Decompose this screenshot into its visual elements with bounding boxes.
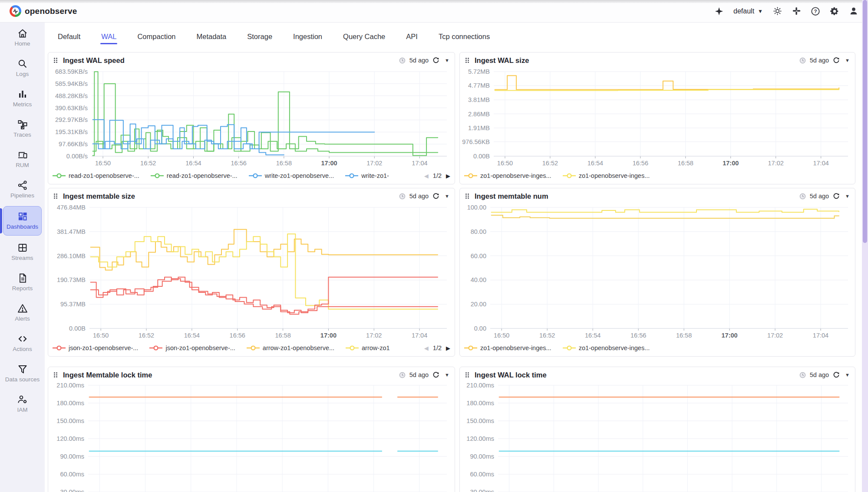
sidebar-item-label: Reports bbox=[12, 285, 33, 292]
refresh-icon[interactable] bbox=[833, 193, 840, 200]
refresh-icon[interactable] bbox=[432, 371, 439, 378]
sidebar-item-data-sources[interactable]: Data sources bbox=[0, 358, 45, 389]
slack-icon[interactable] bbox=[792, 7, 801, 16]
svg-text:585.94KB/s: 585.94KB/s bbox=[55, 80, 88, 87]
time-range-label[interactable]: 5d ago bbox=[810, 193, 829, 200]
legend-next-icon[interactable]: ▶ bbox=[446, 173, 450, 179]
sidebar-item-rum[interactable]: RUM bbox=[0, 144, 45, 174]
legend-item[interactable]: read-zo1-openobserve-... bbox=[151, 172, 238, 179]
panel-menu-caret-icon[interactable]: ▼ bbox=[845, 58, 850, 63]
legend-marker-icon bbox=[53, 173, 66, 178]
scrollbar-thumb[interactable] bbox=[863, 0, 867, 243]
refresh-icon[interactable] bbox=[833, 57, 840, 64]
tab-wal[interactable]: WAL bbox=[100, 24, 117, 49]
refresh-icon[interactable] bbox=[432, 57, 439, 64]
svg-text:0.00B: 0.00B bbox=[69, 325, 86, 332]
sidebar-item-iam[interactable]: IAM bbox=[0, 389, 45, 419]
panel-menu-caret-icon[interactable]: ▼ bbox=[845, 194, 850, 199]
panel-menu-caret-icon[interactable]: ▼ bbox=[445, 58, 449, 63]
chart-ingest-memtable-num[interactable]: 100.0080.0060.0040.0020.000.0016:5016:52… bbox=[460, 204, 855, 341]
chart-ingest-wal-size[interactable]: 5.72MB4.77MB3.81MB2.86MB1.91MB976.56KB0.… bbox=[460, 68, 855, 169]
alert-triangle-icon bbox=[17, 303, 28, 314]
legend-item[interactable]: write-zo1-openobserve... bbox=[249, 172, 334, 179]
legend-item[interactable]: zo1-openobserve-inges... bbox=[464, 172, 551, 179]
legend-prev-icon[interactable]: ◀ bbox=[424, 345, 429, 351]
tab-compaction[interactable]: Compaction bbox=[136, 24, 176, 49]
sidebar-item-reports[interactable]: Reports bbox=[0, 267, 45, 298]
legend-item[interactable]: arrow-zo1-openobserve... bbox=[247, 344, 334, 351]
help-icon[interactable]: ? bbox=[811, 7, 820, 16]
legend-prev-icon[interactable]: ◀ bbox=[424, 173, 429, 179]
tab-default[interactable]: Default bbox=[57, 24, 81, 49]
refresh-icon[interactable] bbox=[432, 193, 439, 200]
chart-ingest-memtable-size[interactable]: 476.84MB381.47MB286.10MB190.73MB95.37MB0… bbox=[48, 204, 455, 341]
svg-text:150.00ms: 150.00ms bbox=[56, 417, 84, 424]
time-range-label[interactable]: 5d ago bbox=[409, 57, 429, 64]
sidebar-item-dashboards[interactable]: Dashboards bbox=[0, 205, 45, 237]
chart-ingest-wal-lock-time[interactable]: 210.00ms180.00ms150.00ms120.00ms90.00ms6… bbox=[460, 383, 855, 492]
svg-text:17:00: 17:00 bbox=[320, 332, 337, 339]
time-range-label[interactable]: 5d ago bbox=[409, 371, 429, 378]
chart-ingest-memtable-lock-time[interactable]: 210.00ms180.00ms150.00ms120.00ms90.00ms6… bbox=[48, 383, 455, 492]
drag-handle-icon[interactable] bbox=[53, 372, 59, 378]
org-selector[interactable]: default ▼ bbox=[733, 7, 763, 15]
legend-item[interactable]: zo1-openobserve-inges... bbox=[563, 172, 650, 179]
ai-sparkle-icon[interactable] bbox=[714, 7, 724, 16]
tab-storage[interactable]: Storage bbox=[246, 24, 273, 49]
svg-text:16:58: 16:58 bbox=[276, 160, 292, 167]
tab-metadata[interactable]: Metadata bbox=[195, 24, 227, 49]
drag-handle-icon[interactable] bbox=[53, 57, 59, 63]
tab-ingestion[interactable]: Ingestion bbox=[292, 24, 323, 49]
svg-text:60.00ms: 60.00ms bbox=[470, 471, 494, 478]
tab-api[interactable]: API bbox=[405, 24, 419, 49]
legend-marker-icon bbox=[346, 345, 359, 351]
settings-gear-icon[interactable] bbox=[830, 7, 839, 16]
drag-handle-icon[interactable] bbox=[53, 193, 59, 199]
sidebar-item-streams[interactable]: Streams bbox=[0, 237, 45, 267]
panel-menu-caret-icon[interactable]: ▼ bbox=[445, 194, 449, 199]
panel-menu-caret-icon[interactable]: ▼ bbox=[445, 372, 449, 377]
legend-item[interactable]: json-zo1-openobserve-... bbox=[53, 344, 138, 351]
legend-marker-icon bbox=[464, 345, 477, 351]
legend-item[interactable]: write-zo1- bbox=[345, 172, 389, 179]
sidebar-item-pipelines[interactable]: Pipelines bbox=[0, 174, 45, 205]
legend-item[interactable]: zo1-openobserve-inges... bbox=[464, 344, 551, 351]
svg-text:683.59KB/s: 683.59KB/s bbox=[55, 68, 88, 75]
legend-item[interactable]: read-zo1-openobserve-... bbox=[53, 172, 139, 179]
home-icon bbox=[17, 28, 28, 39]
sidebar-item-metrics[interactable]: Metrics bbox=[0, 83, 45, 114]
chevron-down-icon: ▼ bbox=[758, 8, 763, 14]
sidebar-item-label: Streams bbox=[11, 255, 33, 262]
legend-next-icon[interactable]: ▶ bbox=[446, 345, 450, 351]
refresh-icon[interactable] bbox=[833, 371, 840, 378]
time-range-label[interactable]: 5d ago bbox=[810, 371, 829, 378]
active-item-edge-bar bbox=[0, 208, 2, 233]
tab-query-cache[interactable]: Query Cache bbox=[342, 24, 386, 49]
panel-title: Ingest memtable size bbox=[63, 192, 135, 200]
drag-handle-icon[interactable] bbox=[465, 57, 470, 63]
svg-text:20.00: 20.00 bbox=[471, 301, 486, 308]
svg-text:30.00ms: 30.00ms bbox=[470, 489, 494, 492]
legend-item[interactable]: zo1-openobserve-inges... bbox=[563, 344, 650, 351]
sidebar-item-actions[interactable]: Actions bbox=[0, 328, 45, 358]
sidebar-item-home[interactable]: Home bbox=[0, 23, 45, 53]
sidebar-item-logs[interactable]: Logs bbox=[0, 53, 45, 83]
sidebar-item-traces[interactable]: Traces bbox=[0, 114, 45, 144]
chart-ingest-wal-speed[interactable]: 683.59KB/s585.94KB/s488.28KB/s390.63KB/s… bbox=[48, 68, 455, 169]
profile-icon[interactable] bbox=[849, 7, 858, 16]
legend-item[interactable]: json-zo1-openobserve-... bbox=[149, 344, 235, 351]
time-range-label[interactable]: 5d ago bbox=[810, 57, 829, 64]
panel-menu-caret-icon[interactable]: ▼ bbox=[845, 372, 850, 377]
drag-handle-icon[interactable] bbox=[465, 193, 470, 199]
legend-item[interactable]: arrow-zo1 bbox=[346, 344, 389, 351]
svg-text:17:04: 17:04 bbox=[813, 160, 828, 167]
page-scrollbar[interactable] bbox=[862, 0, 868, 492]
drag-handle-icon[interactable] bbox=[465, 372, 470, 378]
tab-tcp-connections[interactable]: Tcp connections bbox=[438, 24, 491, 49]
sidebar-item-label: IAM bbox=[17, 407, 27, 413]
theme-toggle-icon[interactable] bbox=[772, 7, 782, 16]
svg-text:476.84MB: 476.84MB bbox=[57, 204, 86, 211]
time-range-label[interactable]: 5d ago bbox=[409, 193, 429, 200]
sidebar-item-alerts[interactable]: Alerts bbox=[0, 298, 45, 328]
funnel-icon bbox=[17, 364, 28, 374]
